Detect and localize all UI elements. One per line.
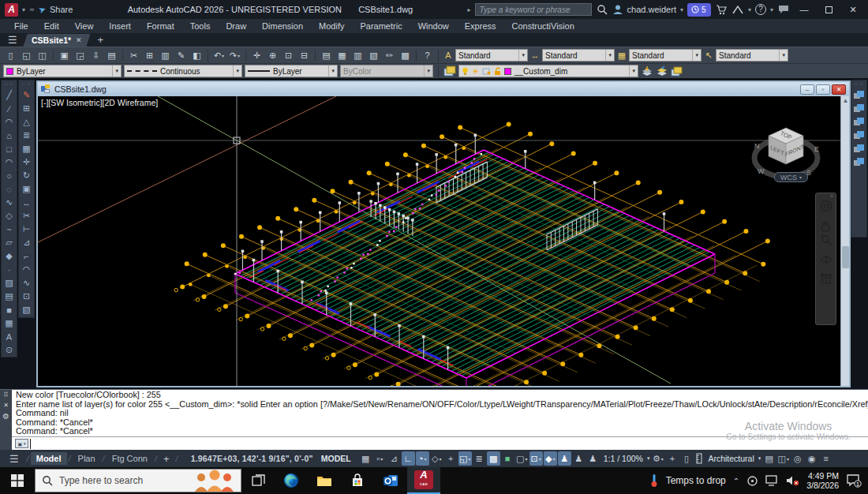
arc-tool[interactable]: ◠ — [2, 155, 17, 169]
help-menu-caret-icon[interactable]: ▾ — [770, 6, 773, 13]
command-panel-close-icon[interactable]: ✕ — [3, 402, 9, 409]
table-style-combo[interactable]: Standard▾ — [629, 49, 702, 62]
units-format-button[interactable]: Architectural — [705, 454, 756, 463]
annotation-visibility-toggle[interactable]: ♟ — [558, 451, 571, 466]
taskbar-search-input[interactable]: Type here to search — [35, 469, 241, 492]
drawing-canvas[interactable]: [-][SW Isometric][2D Wireframe] N E S W … — [38, 96, 849, 386]
circle-tool[interactable]: ○ — [2, 169, 17, 182]
markup-import-icon[interactable]: ✏ — [382, 49, 397, 62]
ellipse-arc-tool[interactable]: ~ — [2, 223, 17, 236]
zoom-caret-icon[interactable]: ▾ — [825, 248, 827, 252]
scale-tool[interactable]: ▣ — [19, 182, 34, 196]
infer-constraints-toggle[interactable]: ⊿ — [387, 451, 401, 466]
share-button[interactable]: Share — [50, 5, 73, 14]
graphics-performance-toggle[interactable]: ◉ — [805, 451, 818, 466]
gradient-tool[interactable]: ▤ — [2, 290, 17, 303]
volume-muted-icon[interactable] — [786, 475, 799, 486]
menu-edit[interactable]: Edit — [36, 20, 67, 32]
isometric-drafting-toggle-caret-icon[interactable]: ▾ — [439, 456, 441, 462]
quick-access-customize-icon[interactable]: ≂ — [29, 6, 35, 13]
drawing-window-titlebar[interactable]: CSBsite1.dwg – ▫ ✕ — [38, 82, 849, 96]
copy-base-tool[interactable] — [851, 115, 866, 129]
close-button[interactable]: ✕ — [843, 2, 863, 17]
customization-menu[interactable]: ≡ — [819, 451, 832, 466]
microsoft-store-button[interactable] — [341, 467, 374, 494]
trial-countdown-button[interactable]: 5 — [687, 3, 711, 17]
abc-check-tool[interactable] — [851, 142, 866, 155]
isolate-objects-toggle[interactable]: ◎ — [791, 451, 804, 466]
annotation-scale-icon[interactable]: ♟ — [586, 451, 600, 466]
units-icon[interactable]: ▯ — [679, 451, 693, 466]
layout-menu-icon[interactable]: ☰ — [3, 453, 25, 465]
paste-clip-icon[interactable]: ▥ — [158, 49, 173, 62]
layer-control-combo[interactable]: ☀ __Custom_dim ▾ — [458, 65, 638, 77]
plot-preview-icon[interactable]: ◲ — [73, 49, 88, 62]
search-expand-icon[interactable]: ▸ — [468, 6, 471, 13]
selection-cycling-toggle[interactable]: ■ — [501, 451, 514, 466]
menu-express[interactable]: Express — [457, 20, 504, 32]
ucs-selector-button[interactable]: WCS ▾ — [774, 172, 808, 182]
showmotion-icon[interactable] — [820, 273, 832, 284]
edge-browser-button[interactable] — [275, 467, 308, 494]
pan-realtime-icon[interactable]: ✛ — [249, 49, 264, 62]
autoscale-toggle[interactable]: ♟ — [572, 451, 586, 466]
keyword-search-input[interactable]: Type a keyword or phrase — [475, 3, 592, 16]
pan-icon[interactable] — [820, 219, 832, 232]
insert-block-tool[interactable]: ▱ — [2, 236, 17, 249]
spline-tool[interactable]: ∿ — [2, 196, 17, 209]
ellipse-tool[interactable]: ◇ — [2, 209, 17, 223]
wheel-caret-icon[interactable]: ▾ — [825, 214, 827, 218]
gizmo-toggle-caret-icon[interactable]: ▾ — [525, 456, 527, 462]
text-tool[interactable]: A — [2, 330, 17, 343]
copy-clip-icon[interactable]: ⊞ — [142, 49, 157, 62]
3d-osnap-toggle-caret-icon[interactable]: ▾ — [539, 456, 541, 462]
app-menu-caret-icon[interactable]: ▾ — [22, 6, 25, 13]
tool-palettes-icon[interactable]: ▥ — [350, 49, 365, 62]
viewport-controls-label[interactable]: [-][SW Isometric][2D Wireframe] — [41, 98, 158, 107]
user-menu-caret-icon[interactable]: ▾ — [680, 6, 683, 13]
autodesk-account-icon[interactable] — [731, 6, 744, 14]
layout-tab-plan[interactable]: Plan — [73, 452, 101, 465]
zoom-previous-icon[interactable]: ⊟ — [297, 49, 312, 62]
redo-icon[interactable]: ↷ — [227, 49, 242, 62]
workspace-switching[interactable]: ⚙▾ — [651, 451, 664, 466]
doc-restore-button[interactable]: ▫ — [816, 84, 830, 95]
point-tool[interactable]: · — [2, 263, 17, 276]
command-panel-grip[interactable]: ⠿ — [4, 391, 9, 399]
cart-icon[interactable] — [715, 5, 728, 15]
navbar-close-icon[interactable]: ✕ — [829, 193, 834, 200]
point-style-tool[interactable]: ⊙ — [2, 343, 17, 357]
tab-close-icon[interactable]: ✕ — [76, 36, 82, 44]
polygon-tool[interactable]: ⌂ — [2, 129, 17, 142]
doc-minimize-button[interactable]: – — [800, 84, 814, 95]
orbit-icon[interactable] — [820, 253, 832, 266]
menu-file[interactable]: File — [6, 20, 36, 32]
command-input-row[interactable]: ▣▾ — [12, 436, 868, 450]
region-tool[interactable]: ■ — [2, 303, 17, 316]
menu-window[interactable]: Window — [410, 20, 457, 32]
minimize-button[interactable]: — — [794, 2, 814, 17]
color-control-combo[interactable]: ByLayer ▾ — [3, 65, 122, 77]
outlook-button[interactable] — [374, 467, 407, 494]
hatch-tool[interactable]: ▨ — [2, 276, 17, 290]
autocad-taskbar-button[interactable]: ACAD — [407, 467, 440, 494]
table-tool[interactable]: ▦ — [2, 316, 17, 330]
move-tool[interactable]: ✛ — [19, 155, 34, 169]
restore-button[interactable] — [818, 2, 839, 17]
canvas-vertical-scrollbar[interactable]: ▲ — [840, 96, 849, 386]
menu-draw[interactable]: Draw — [218, 20, 254, 32]
menu-dimension[interactable]: Dimension — [254, 20, 311, 32]
open-file-icon[interactable]: ◱ — [19, 49, 34, 62]
make-layer-current-icon[interactable] — [641, 65, 653, 77]
mirror-tool[interactable]: △ — [19, 115, 34, 129]
taskbar-clock[interactable]: 4:49 PM 3/8/2026 — [806, 471, 839, 490]
help-icon[interactable]: ? — [755, 4, 766, 15]
array-objects-tool[interactable] — [851, 155, 866, 169]
erase-tool[interactable]: ✎ — [19, 88, 34, 102]
match-properties-icon[interactable]: ✎ — [174, 49, 189, 62]
menu-constructivision[interactable]: ConstructiVision — [504, 20, 582, 32]
paste-block-tool[interactable] — [851, 129, 866, 142]
help-icon[interactable]: ? — [420, 49, 435, 62]
designcenter-icon[interactable]: ▦ — [335, 49, 350, 62]
tray-app-icon[interactable] — [746, 475, 758, 487]
